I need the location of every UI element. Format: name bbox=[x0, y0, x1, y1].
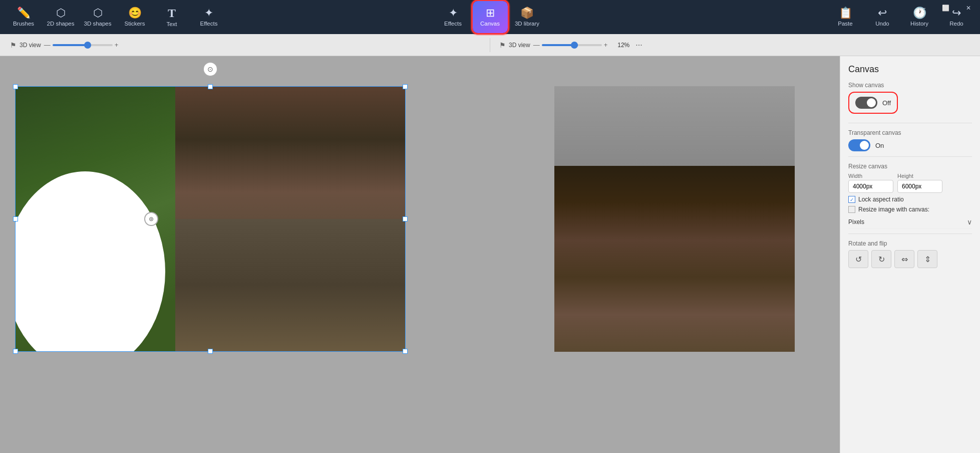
handle-bl[interactable] bbox=[13, 349, 18, 354]
paste-label: Paste bbox=[838, 21, 852, 27]
2dshapes-tool[interactable]: ⬡ 2D shapes bbox=[43, 1, 78, 33]
3dlibrary-tool[interactable]: 📦 3D library bbox=[510, 1, 545, 33]
secondary-toolbar: ⚑ 3D view — + ⚑ 3D view — + 12% ··· bbox=[0, 34, 980, 56]
show-canvas-toggle-container: Off bbox=[848, 92, 898, 114]
undo-tool[interactable]: ↩ Undo bbox=[865, 1, 900, 33]
secondary-right: ⚑ 3D view — + 12% ··· bbox=[499, 40, 970, 51]
divider-2 bbox=[848, 156, 972, 157]
3dlibrary-label: 3D library bbox=[515, 21, 539, 27]
zoom-slider-left[interactable] bbox=[53, 44, 113, 46]
rotate-row: ↺ ↻ ⇔ ⇕ bbox=[848, 250, 972, 268]
lock-aspect-label: Lock aspect ratio bbox=[858, 196, 904, 203]
image-right-container bbox=[554, 86, 795, 352]
flag-left-icon: ⚑ bbox=[10, 41, 17, 49]
lock-aspect-row: ✓ Lock aspect ratio bbox=[848, 196, 972, 203]
secondary-left: ⚑ 3D view — + bbox=[10, 41, 481, 49]
image-left-container[interactable]: ⊙ ⊛ bbox=[15, 86, 406, 352]
effects-right-tool[interactable]: ✦ Effects bbox=[436, 1, 471, 33]
units-dropdown-row: Pixels ∨ bbox=[848, 216, 972, 229]
toolbar-left: ✏️ Brushes ⬡ 2D shapes ⬡ 3D shapes 😊 Sti… bbox=[6, 1, 436, 33]
resize-image-row: Resize image with canvas: bbox=[848, 206, 972, 213]
stickers-icon: 😊 bbox=[128, 8, 142, 19]
panel-title: Canvas bbox=[848, 64, 972, 75]
3dview-left-label: 3D view bbox=[20, 42, 41, 49]
resize-input-row: Width Height bbox=[848, 173, 972, 193]
3dview-right-label: 3D view bbox=[509, 42, 530, 49]
right-panel: Canvas Show canvas Off Transparent canva… bbox=[840, 56, 980, 453]
effects-tool[interactable]: ✦ Effects bbox=[191, 1, 226, 33]
rotate-flip-label: Rotate and flip bbox=[848, 240, 972, 247]
3dlibrary-icon: 📦 bbox=[520, 8, 534, 19]
text-tool[interactable]: T Text bbox=[154, 1, 189, 33]
more-options-button[interactable]: ··· bbox=[632, 40, 645, 51]
selection-box: ⊙ ⊛ bbox=[15, 86, 406, 352]
transparent-canvas-row: On bbox=[848, 139, 972, 151]
main-content: ⊙ ⊛ Canvas Show canvas Off Transp bbox=[0, 56, 980, 453]
3dshapes-icon: ⬡ bbox=[93, 8, 103, 19]
window-controls: — ⬜ ✕ bbox=[911, 0, 980, 16]
handle-bm[interactable] bbox=[208, 349, 213, 354]
effects-right-icon: ✦ bbox=[449, 8, 458, 19]
rotate-icon: ⊙ bbox=[207, 65, 213, 73]
handle-rm[interactable] bbox=[403, 216, 408, 221]
minimize-button[interactable]: — bbox=[911, 0, 934, 16]
rotate-right-button[interactable]: ↻ bbox=[871, 250, 891, 268]
secondary-divider bbox=[490, 38, 490, 52]
right-bg-top bbox=[554, 86, 795, 166]
paste-icon: 📋 bbox=[839, 8, 852, 19]
height-group: Height bbox=[897, 173, 942, 193]
rotate-left-icon: ↺ bbox=[855, 255, 862, 264]
brushes-label: Brushes bbox=[13, 21, 34, 27]
transparent-canvas-value: On bbox=[875, 142, 884, 149]
stickers-label: Stickers bbox=[125, 21, 145, 27]
layer-handle[interactable]: ⊛ bbox=[144, 212, 158, 226]
effects-label: Effects bbox=[200, 21, 218, 27]
zoom-slider-right[interactable] bbox=[542, 44, 602, 46]
text-icon: T bbox=[168, 7, 176, 19]
paste-tool[interactable]: 📋 Paste bbox=[828, 1, 863, 33]
rotate-handle[interactable]: ⊙ bbox=[203, 62, 218, 77]
resize-image-checkbox[interactable] bbox=[848, 206, 855, 213]
flip-h-icon: ⇔ bbox=[901, 255, 908, 264]
height-label: Height bbox=[897, 173, 942, 179]
zoom-percent-right: 12% bbox=[610, 42, 629, 49]
flip-horizontal-button[interactable]: ⇔ bbox=[894, 250, 914, 268]
height-input[interactable] bbox=[897, 180, 942, 193]
right-bg-bottom bbox=[554, 166, 795, 352]
effects-icon: ✦ bbox=[204, 8, 213, 19]
show-canvas-thumb bbox=[867, 98, 876, 107]
handle-lm[interactable] bbox=[13, 216, 18, 221]
handle-tr[interactable] bbox=[403, 84, 408, 89]
resize-image-label: Resize image with canvas: bbox=[858, 206, 929, 213]
zoom-plus-right[interactable]: + bbox=[604, 41, 608, 49]
flip-vertical-button[interactable]: ⇕ bbox=[917, 250, 937, 268]
width-input[interactable] bbox=[848, 180, 893, 193]
close-button[interactable]: ✕ bbox=[957, 0, 980, 16]
units-dropdown-arrow[interactable]: ∨ bbox=[967, 218, 972, 226]
flip-v-icon: ⇕ bbox=[924, 255, 931, 264]
rotate-left-button[interactable]: ↺ bbox=[848, 250, 868, 268]
transparent-canvas-toggle[interactable] bbox=[848, 139, 870, 151]
2dshapes-label: 2D shapes bbox=[47, 21, 75, 27]
canvas-label: Canvas bbox=[480, 21, 500, 27]
zoom-minus-left[interactable]: — bbox=[44, 41, 51, 49]
canvas-tool[interactable]: ⊞ Canvas bbox=[473, 1, 508, 33]
zoom-plus-left[interactable]: + bbox=[115, 41, 119, 49]
handle-br[interactable] bbox=[403, 349, 408, 354]
brushes-tool[interactable]: ✏️ Brushes bbox=[6, 1, 41, 33]
rotate-right-icon: ↻ bbox=[878, 255, 885, 264]
toolbar-right: 📋 Paste ↩ Undo 🕐 History ↪ Redo bbox=[545, 1, 974, 33]
stickers-tool[interactable]: 😊 Stickers bbox=[117, 1, 152, 33]
zoom-minus-right[interactable]: — bbox=[533, 41, 540, 49]
handle-tm[interactable] bbox=[208, 84, 213, 89]
effects-right-label: Effects bbox=[444, 21, 462, 27]
history-label: History bbox=[910, 21, 928, 27]
handle-tl[interactable] bbox=[13, 84, 18, 89]
canvas-area[interactable]: ⊙ ⊛ bbox=[0, 56, 840, 453]
lock-aspect-checkbox[interactable]: ✓ bbox=[848, 196, 855, 203]
transparent-canvas-thumb bbox=[860, 141, 869, 150]
maximize-button[interactable]: ⬜ bbox=[934, 0, 957, 16]
divider-3 bbox=[848, 234, 972, 234]
show-canvas-toggle[interactable] bbox=[855, 97, 877, 109]
3dshapes-tool[interactable]: ⬡ 3D shapes bbox=[80, 1, 115, 33]
